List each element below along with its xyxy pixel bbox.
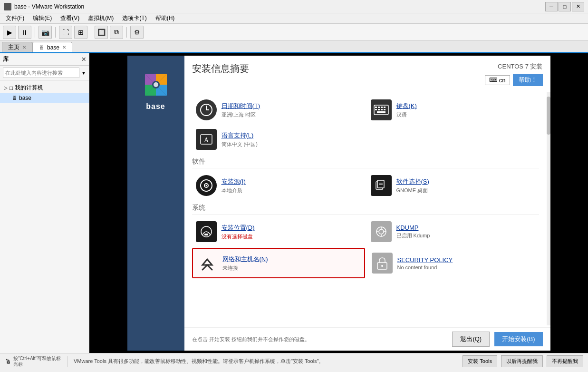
tab-base-icon: 🖥 (39, 44, 44, 51)
window-controls[interactable]: ─ □ ✕ (545, 2, 584, 11)
software-row: 安装源(I) 本地介质 (192, 171, 539, 200)
menu-file[interactable]: 文件(F) (2, 13, 28, 23)
grid-item-network[interactable]: 网络和主机名(N) 未连接 (192, 248, 365, 278)
titlebar: base - VMware Workstation ─ □ ✕ (0, 0, 588, 13)
keyboard-icon (371, 99, 392, 120)
svg-text:A: A (203, 137, 209, 144)
network-icon (197, 253, 218, 274)
svg-rect-34 (204, 234, 208, 235)
install-tools-button[interactable]: 安装 Tools (463, 355, 497, 367)
vm-window[interactable]: base 安装信息摘要 CENTOS 7 安装 ⌨ cn (127, 56, 550, 351)
toolbar-unity-btn[interactable]: ⊞ (74, 26, 87, 39)
toolbar-settings-btn[interactable]: ⚙ (130, 26, 144, 39)
centos7-section: CENTOS 7 安装 ⌨ cn 帮助！ (485, 62, 543, 86)
lang-name: 语言支持(L) (222, 131, 258, 140)
tab-home-close[interactable]: ✕ (22, 45, 26, 50)
svg-point-42 (381, 265, 383, 267)
computer-icon: □ (10, 85, 13, 91)
menu-view[interactable]: 查看(V) (57, 13, 83, 23)
search-dropdown-icon[interactable]: ▼ (81, 70, 86, 76)
toolbar-pause-btn[interactable]: ⏸ (18, 26, 31, 39)
grid-item-security[interactable]: SECURITY POLICY No content found (368, 248, 539, 278)
grid-item-kdump[interactable]: KDUMP 已启用 Kdump (367, 217, 539, 246)
scroll-thumb[interactable] (547, 97, 550, 135)
footer-note: 在点击 开始安装 按钮前我们并不会操作您的磁盘。 (192, 336, 448, 343)
toolbar-power-btn[interactable]: ▶ (3, 26, 16, 39)
toolbar-sep2 (55, 27, 56, 38)
datetime-icon (196, 99, 217, 120)
tab-base[interactable]: 🖥 base ✕ (32, 42, 72, 52)
kdump-desc: 已启用 Kdump (396, 232, 430, 239)
installer-header: 安装信息摘要 CENTOS 7 安装 ⌨ cn 帮助！ (184, 56, 550, 86)
install-button[interactable]: 开始安装(B) (494, 332, 542, 346)
disc-icon (196, 175, 217, 196)
language-selector[interactable]: ⌨ cn (485, 75, 510, 85)
datetime-name: 日期和时间(T) (222, 102, 260, 110)
search-input[interactable] (3, 68, 79, 78)
sidebar-close-icon[interactable]: ✕ (81, 56, 86, 63)
toolbar-clone-btn[interactable]: ⧉ (110, 26, 123, 39)
installer-panel: base 安装信息摘要 CENTOS 7 安装 ⌨ cn (127, 56, 550, 351)
system-row1: 安装位置(D) 没有选择磁盘 (192, 217, 539, 246)
grid-item-keyboard[interactable]: 键盘(K) 汉语 (367, 96, 539, 124)
grid-item-installdest[interactable]: 安装位置(D) 没有选择磁盘 (192, 217, 364, 246)
maximize-btn[interactable]: □ (559, 2, 571, 11)
lang-code: cn (499, 77, 506, 84)
tab-home[interactable]: 主页 ✕ (2, 42, 32, 52)
svg-rect-15 (375, 107, 377, 108)
svg-rect-19 (375, 109, 377, 110)
toolbar-snapshot-btn[interactable]: 📷 (39, 26, 52, 39)
security-text: SECURITY POLICY No content found (397, 256, 453, 270)
toolbar: ▶ ⏸ 📷 ⛶ ⊞ 🔲 ⧉ ⚙ (0, 24, 588, 41)
minimize-btn[interactable]: ─ (545, 2, 558, 11)
installdest-desc: 没有选择磁盘 (222, 233, 255, 240)
datetime-text: 日期和时间(T) 亚洲/上海 时区 (222, 102, 260, 118)
swselect-text: 软件选择(S) GNOME 桌面 (396, 177, 429, 194)
installsrc-desc: 本地介质 (222, 187, 246, 194)
installer-title: 安装信息摘要 (192, 62, 249, 75)
grid-item-lang[interactable]: A 语言支持(L) 简体中文 (中国) (192, 125, 366, 154)
svg-rect-30 (377, 180, 384, 188)
toolbar-sep4 (126, 27, 127, 38)
sidebar-item-mycomputer[interactable]: ▷ □ 我的计算机 (0, 82, 89, 93)
grid-item-installsrc[interactable]: 安装源(I) 本地介质 (192, 171, 364, 200)
tabbar: 主页 ✕ 🖥 base ✕ (0, 41, 588, 53)
installsrc-text: 安装源(I) 本地介质 (222, 177, 246, 194)
datetime-desc: 亚洲/上海 时区 (222, 111, 260, 118)
vm-content-area[interactable]: base 安装信息摘要 CENTOS 7 安装 ⌨ cn (89, 53, 588, 353)
help-button[interactable]: 帮助！ (513, 74, 543, 86)
grid-item-datetime[interactable]: 日期和时间(T) 亚洲/上海 时区 (192, 96, 364, 124)
svg-rect-23 (377, 111, 386, 113)
toolbar-fullscreen-btn[interactable]: ⛶ (59, 26, 72, 39)
kdump-text: KDUMP 已启用 Kdump (396, 224, 430, 239)
quit-button[interactable]: 退出(Q) (452, 332, 490, 347)
svg-rect-17 (381, 107, 383, 108)
svg-rect-16 (378, 107, 380, 108)
toolbar-view-btn[interactable]: 🔲 (95, 26, 108, 39)
library-label: 库 (3, 55, 9, 63)
tab-base-close[interactable]: ✕ (62, 45, 66, 50)
menu-edit[interactable]: 编辑(E) (29, 13, 56, 23)
close-btn[interactable]: ✕ (572, 2, 584, 11)
installdest-text: 安装位置(D) 没有选择磁盘 (222, 224, 255, 240)
menu-tab[interactable]: 选项卡(T) (118, 13, 150, 23)
menu-vm[interactable]: 虚拟机(M) (84, 13, 117, 23)
swselect-name: 软件选择(S) (396, 177, 429, 186)
centos7-label: CENTOS 7 安装 (498, 62, 542, 71)
bottom-sep (67, 356, 68, 367)
remind-later-button[interactable]: 以后再提醒我 (501, 355, 543, 367)
software-select-icon (371, 175, 392, 196)
lang-text: 语言支持(L) 简体中文 (中国) (222, 131, 258, 148)
sidebar-search-container: ▼ (0, 66, 89, 80)
grid-item-swselect[interactable]: 软件选择(S) GNOME 桌面 (367, 171, 539, 200)
tab-home-label: 主页 (8, 43, 19, 51)
installer-scrollbar[interactable] (547, 92, 550, 325)
network-desc: 未连接 (222, 264, 268, 272)
sidebar-item-base[interactable]: 🖥 base (0, 93, 89, 103)
installsrc-name: 安装源(I) (222, 177, 246, 186)
vmware-tools-msg: VMware Tools 具有很多功能，能改善鼠标移动性、视频和性能。请登录客户… (74, 358, 459, 365)
installer-scroll-area: 日期和时间(T) 亚洲/上海 时区 (184, 92, 550, 325)
menu-help[interactable]: 帮助(H) (152, 13, 179, 23)
dismiss-button[interactable]: 不再提醒我 (547, 355, 583, 367)
installer-content: 安装信息摘要 CENTOS 7 安装 ⌨ cn 帮助！ (184, 56, 550, 351)
